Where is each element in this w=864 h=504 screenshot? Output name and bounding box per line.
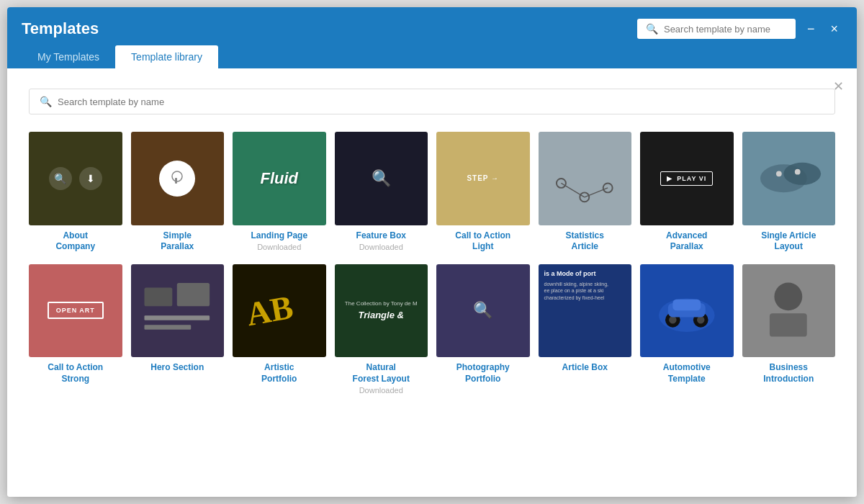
svg-rect-11 — [145, 287, 173, 306]
template-thumb-feature: 🔍 — [335, 132, 428, 225]
play-text: PLAY VI — [677, 175, 706, 182]
template-item-article-box[interactable]: is a Mode of port downhill skiing, alpin… — [539, 264, 632, 395]
template-label-stats: StatisticsArticle — [566, 230, 604, 253]
template-item-single-article[interactable]: Single ArticleLayout — [742, 132, 836, 253]
template-item-artistic[interactable]: AB ArtisticPortfolio — [233, 264, 326, 395]
template-label-artistic: ArtisticPortfolio — [261, 362, 297, 384]
play-button: ▶ PLAY VI — [660, 171, 713, 186]
about-search-icon: 🔍 — [49, 167, 72, 190]
article-box-text: is a Mode of port — [544, 270, 596, 279]
svg-rect-24 — [770, 313, 807, 336]
template-grid-row1: 🔍 ⬇ AboutCompany SimpleParallax Fluid — [29, 132, 835, 253]
article-box-body: downhill skiing, alpine skiing,ee place … — [544, 281, 609, 300]
svg-rect-13 — [145, 315, 210, 320]
template-thumb-hero — [131, 264, 225, 358]
template-label-feature: Feature Box — [356, 230, 406, 242]
close-button[interactable]: × — [826, 21, 842, 37]
template-thumb-photo: 🔍 — [436, 264, 530, 358]
template-thumb-simple-parallax — [131, 132, 225, 225]
template-label-photo: PhotographyPortfolio — [456, 362, 510, 384]
template-thumb-cta-light: STEP → — [436, 132, 530, 225]
inner-search-box[interactable]: 🔍 — [29, 89, 835, 114]
template-item-simple-parallax[interactable]: SimpleParallax — [131, 132, 225, 253]
template-label-cta-light: Call to ActionLight — [455, 230, 510, 253]
content-close-button[interactable]: ✕ — [833, 78, 844, 94]
svg-rect-1 — [175, 178, 177, 184]
template-label-advanced: AdvancedParallax — [666, 230, 707, 253]
svg-rect-12 — [177, 283, 210, 306]
template-label-hero: Hero Section — [150, 362, 204, 374]
svg-point-10 — [795, 169, 801, 175]
template-item-about-company[interactable]: 🔍 ⬇ AboutCompany — [29, 132, 122, 253]
templates-window: Templates 🔍 − × My Templates Template li… — [7, 7, 857, 497]
svg-text:AB: AB — [243, 287, 296, 332]
template-label-simple-parallax: SimpleParallax — [161, 230, 194, 253]
tabs-bar: My Templates Template library — [22, 45, 842, 68]
template-item-hero[interactable]: Hero Section — [131, 264, 225, 395]
template-label-landing: Landing Page — [251, 230, 307, 242]
article-image-svg — [751, 141, 826, 216]
hero-svg — [140, 274, 215, 348]
template-item-cta-light[interactable]: STEP → Call to ActionLight — [436, 132, 530, 253]
svg-line-5 — [562, 183, 585, 197]
header-search-input[interactable] — [664, 24, 787, 35]
business-svg — [760, 278, 816, 343]
template-item-statistics[interactable]: StatisticsArticle — [539, 132, 632, 253]
svg-point-9 — [776, 171, 782, 176]
auto-svg — [649, 278, 724, 343]
template-thumb-article-box: is a Mode of port downhill skiing, alpin… — [539, 264, 632, 358]
template-item-cta-strong[interactable]: OPEN ART Call to ActionStrong — [29, 264, 122, 395]
template-item-forest[interactable]: The Collection by Tony de M Triangle & N… — [335, 264, 428, 395]
svg-rect-14 — [145, 325, 192, 329]
template-thumb-cta-strong: OPEN ART — [29, 264, 122, 358]
template-label-article-box: Article Box — [562, 362, 608, 374]
template-thumb-forest: The Collection by Tony de M Triangle & — [335, 264, 428, 358]
header-search-box[interactable]: 🔍 — [637, 19, 796, 39]
template-item-advanced-parallax[interactable]: ▶ PLAY VI AdvancedParallax — [640, 132, 734, 253]
tab-my-templates[interactable]: My Templates — [22, 45, 115, 68]
template-thumb-advanced: ▶ PLAY VI — [640, 132, 734, 225]
template-thumb-auto — [640, 264, 734, 358]
play-icon: ▶ — [667, 175, 672, 182]
template-sublabel-feature: Downloaded — [359, 243, 403, 251]
template-label-about: AboutCompany — [55, 230, 95, 253]
content-area: ✕ 🔍 🔍 ⬇ AboutCompany — [7, 68, 857, 497]
template-thumb-stats — [539, 132, 632, 225]
inner-search-input[interactable] — [58, 96, 824, 107]
svg-point-23 — [775, 283, 803, 311]
template-label-cta-strong: Call to ActionStrong — [48, 362, 103, 384]
stats-svg — [547, 169, 622, 225]
svg-line-6 — [585, 188, 608, 197]
template-item-feature-box[interactable]: 🔍 Feature Box Downloaded — [335, 132, 428, 253]
feature-search-icon: 🔍 — [372, 169, 391, 188]
svg-point-20 — [697, 316, 704, 323]
template-label-article: Single ArticleLayout — [761, 230, 816, 253]
window-controls: 🔍 − × — [637, 19, 842, 39]
cta-strong-btn: OPEN ART — [48, 302, 104, 319]
template-item-automotive[interactable]: AutomotiveTemplate — [640, 264, 734, 395]
tab-template-library[interactable]: Template library — [115, 45, 218, 68]
svg-point-19 — [669, 316, 676, 323]
template-label-business: BusinessIntroduction — [763, 362, 814, 384]
artistic-svg: AB — [242, 274, 317, 348]
template-label-automotive: AutomotiveTemplate — [663, 362, 711, 384]
template-sublabel-forest: Downloaded — [359, 386, 403, 395]
landing-text: Fluid — [260, 169, 298, 188]
template-label-forest: NaturalForest Layout — [353, 362, 410, 384]
template-thumb-about: 🔍 ⬇ — [29, 132, 122, 225]
template-item-landing-page[interactable]: Fluid Landing Page Downloaded — [233, 132, 326, 253]
template-item-photo[interactable]: 🔍 PhotographyPortfolio — [436, 264, 530, 395]
header-search-icon: 🔍 — [646, 23, 658, 35]
template-thumb-business — [742, 264, 836, 358]
template-item-business[interactable]: BusinessIntroduction — [742, 264, 836, 395]
svg-point-8 — [784, 163, 822, 185]
svg-rect-22 — [672, 300, 701, 311]
inner-search-icon: 🔍 — [40, 96, 52, 107]
template-thumb-article — [742, 132, 836, 225]
sp-circle — [159, 161, 195, 197]
template-sublabel-landing: Downloaded — [257, 243, 301, 251]
template-thumb-artistic: AB — [233, 264, 326, 358]
cta-light-text: STEP → — [467, 174, 499, 182]
minimize-button[interactable]: − — [803, 21, 819, 37]
template-grid-row2: OPEN ART Call to ActionStrong Hero Secti… — [29, 264, 835, 395]
